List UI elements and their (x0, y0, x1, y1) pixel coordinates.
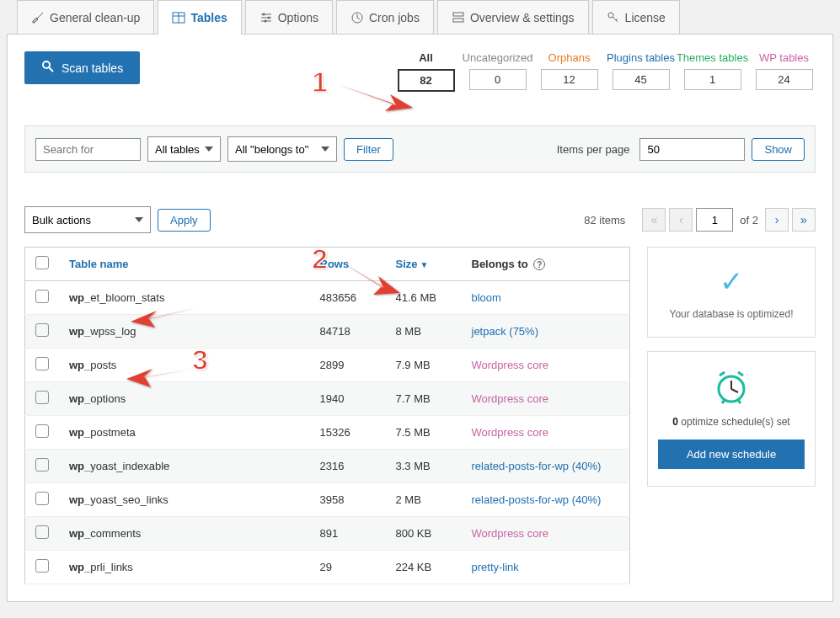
filter-button[interactable]: Filter (344, 138, 393, 161)
tab-label: General clean-up (50, 11, 140, 24)
cell-rows: 1940 (310, 382, 386, 416)
col-header-name[interactable]: Table name (69, 258, 129, 270)
alarm-clock-icon (713, 369, 750, 406)
pager-last[interactable]: » (792, 208, 816, 232)
tab-general-cleanup[interactable]: General clean-up (17, 0, 154, 35)
pager-current-input[interactable] (696, 208, 733, 232)
row-checkbox[interactable] (35, 290, 49, 303)
category-filter-wp-tables[interactable]: WP tables24 (752, 51, 816, 92)
search-input[interactable] (35, 138, 141, 161)
tab-label: Options (278, 11, 318, 24)
belongs-to-link[interactable]: bloom (472, 291, 501, 304)
tab-label: Cron jobs (369, 11, 420, 24)
row-checkbox[interactable] (35, 559, 49, 573)
category-count: 1 (684, 69, 741, 90)
pagination: « ‹ of 2 › » (642, 208, 816, 232)
cell-belongs-to: Wordpress core (462, 517, 630, 551)
category-filters: All82Uncategorized0Orphans12Plugins tabl… (394, 51, 816, 92)
cell-belongs-to: Wordpress core (462, 382, 630, 416)
bulk-actions-select[interactable]: Bulk actions (24, 206, 151, 233)
category-count: 0 (469, 69, 527, 90)
cell-size: 7.7 MB (386, 382, 462, 416)
category-filter-orphans[interactable]: Orphans12 (538, 51, 601, 92)
select-all-checkbox[interactable] (35, 256, 49, 269)
tab-cron-jobs[interactable]: Cron jobs (336, 0, 434, 35)
cell-size: 7.9 MB (386, 349, 462, 382)
belongs-to-core: Wordpress core (472, 426, 549, 439)
svg-line-25 (738, 400, 741, 403)
annotation-3: 3 (192, 344, 208, 376)
belongs-to-select[interactable]: All "belongs to" (227, 136, 337, 162)
arrow-2 (333, 253, 409, 303)
tab-tables[interactable]: Tables (158, 0, 241, 35)
tables-select[interactable]: All tables (147, 136, 221, 162)
cell-belongs-to: Wordpress core (462, 349, 630, 382)
items-per-page-input[interactable] (639, 138, 745, 161)
row-checkbox[interactable] (35, 391, 49, 404)
bulk-actions-row: Bulk actions Apply 82 items « ‹ of 2 › » (24, 206, 816, 233)
pager-prev[interactable]: ‹ (669, 208, 693, 232)
svg-line-21 (731, 389, 738, 392)
row-checkbox[interactable] (35, 424, 49, 438)
arrow-1 (333, 76, 417, 118)
sliders-icon (259, 11, 273, 24)
sidebar: ✓ Your database is optimized! 0 optimize… (647, 247, 816, 584)
show-button[interactable]: Show (752, 138, 805, 161)
table-row: wp_yoast_indexable23163.3 MBrelated-post… (25, 450, 630, 483)
table-row: wp_yoast_seo_links39582 MBrelated-posts-… (25, 483, 630, 517)
row-checkbox[interactable] (35, 525, 49, 539)
category-filter-uncategorized[interactable]: Uncategorized0 (466, 51, 529, 92)
add-schedule-button[interactable]: Add new schedule (658, 440, 805, 469)
items-per-page-label: Items per page (557, 143, 630, 156)
row-checkbox[interactable] (35, 323, 49, 337)
category-filter-themes-tables[interactable]: Themes tables1 (681, 51, 744, 92)
cell-belongs-to: bloom (462, 281, 630, 315)
belongs-to-link[interactable]: jetpack (75%) (472, 325, 538, 338)
category-label: Plugins tables (607, 51, 675, 64)
belongs-to-core: Wordpress core (472, 527, 549, 540)
cell-table-name: wp_yoast_seo_links (59, 483, 310, 517)
col-header-belongs: Belongs to (472, 258, 528, 270)
cell-belongs-to: related-posts-for-wp (40%) (462, 450, 630, 483)
clock-icon (350, 11, 364, 24)
table-row: wp_comments891800 KBWordpress core (25, 517, 630, 551)
belongs-to-link[interactable]: related-posts-for-wp (40%) (472, 460, 602, 472)
scan-tables-button[interactable]: Scan tables (24, 51, 140, 84)
cell-size: 224 KB (386, 551, 462, 584)
belongs-to-core: Wordpress core (472, 392, 549, 405)
cell-table-name: wp_prli_links (59, 551, 310, 584)
svg-line-23 (738, 372, 743, 376)
category-label: Uncategorized (463, 51, 533, 64)
tab-options[interactable]: Options (245, 0, 333, 35)
svg-line-24 (722, 400, 725, 403)
help-icon[interactable]: ? (533, 258, 545, 270)
search-icon (41, 60, 55, 76)
apply-button[interactable]: Apply (158, 209, 211, 232)
schedule-card: 0 optimize schedule(s) set Add new sched… (647, 351, 816, 487)
row-checkbox[interactable] (35, 492, 49, 505)
cell-rows: 2316 (310, 450, 386, 483)
row-checkbox[interactable] (35, 357, 49, 370)
cell-rows: 891 (310, 517, 386, 551)
annotation-2: 2 (312, 242, 328, 275)
pager-next[interactable]: › (765, 208, 789, 232)
category-label: Orphans (548, 51, 591, 64)
table-icon (172, 11, 185, 24)
belongs-to-link[interactable]: pretty-link (472, 561, 519, 573)
schedule-count-text: 0 optimize schedule(s) set (658, 416, 805, 428)
cell-table-name: wp_postmeta (59, 416, 310, 450)
tab-overview-settings[interactable]: Overview & settings (437, 0, 589, 35)
category-filter-plugins-tables[interactable]: Plugins tables45 (609, 51, 672, 92)
table-row: wp_postmeta153267.5 MBWordpress core (25, 416, 630, 450)
pager-first[interactable]: « (642, 208, 666, 232)
belongs-to-link[interactable]: related-posts-for-wp (40%) (472, 493, 602, 506)
tables-list: Table name Rows Size▼ Belongs to ? wp_et… (24, 247, 630, 584)
cell-rows: 29 (310, 551, 386, 584)
cell-rows: 84718 (310, 315, 386, 349)
main-tabs: General clean-up Tables Options Cron job… (0, 0, 840, 35)
category-count: 45 (613, 69, 670, 90)
tab-license[interactable]: License (592, 0, 680, 35)
row-checkbox[interactable] (35, 458, 49, 471)
table-row: wp_options19407.7 MBWordpress core (25, 382, 630, 416)
cell-size: 3.3 MB (386, 450, 462, 483)
